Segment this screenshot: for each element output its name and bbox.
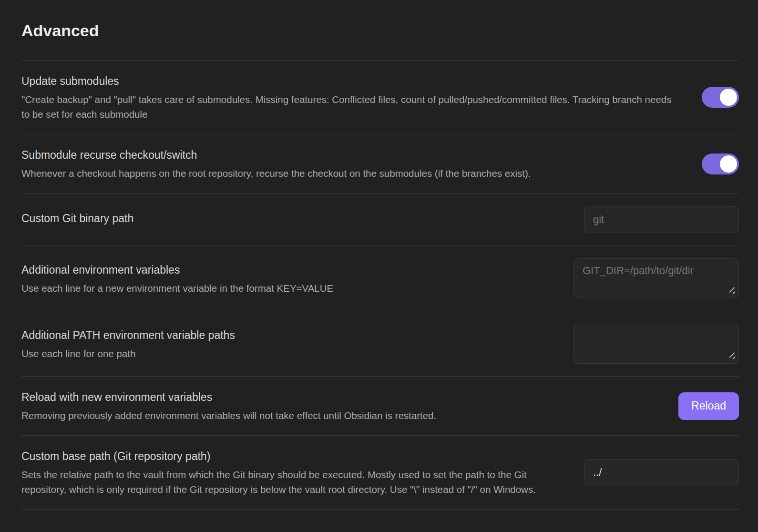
setting-description: Use each line for a new environment vari… — [21, 281, 550, 296]
setting-description: Sets the relative path to the vault from… — [21, 467, 560, 497]
setting-info: Additional environment variables Use eac… — [21, 262, 550, 296]
setting-submodule-recurse-checkout: Submodule recurse checkout/switch Whenev… — [21, 134, 739, 194]
setting-control — [702, 153, 739, 174]
setting-reload-env-variables: Reload with new environment variables Re… — [21, 377, 739, 436]
setting-description: Use each line for one path — [21, 346, 550, 361]
update-submodules-toggle[interactable] — [702, 87, 739, 108]
resize-grip-icon[interactable] — [727, 285, 736, 295]
setting-name: Update submodules — [21, 73, 678, 89]
setting-description: Removing previously added environment va… — [21, 408, 655, 423]
toggle-knob — [720, 155, 737, 173]
reload-button[interactable]: Reload — [678, 392, 739, 420]
setting-additional-path-env-paths: Additional PATH environment variable pat… — [21, 311, 739, 377]
textarea-wrapper — [574, 258, 739, 298]
setting-info: Custom Git binary path — [21, 210, 560, 229]
setting-control — [574, 258, 739, 298]
setting-control — [574, 324, 739, 364]
setting-control: Reload — [678, 392, 739, 420]
path-env-paths-textarea[interactable] — [574, 324, 739, 364]
resize-grip-icon[interactable] — [727, 350, 736, 360]
setting-info: Update submodules "Create backup" and "p… — [21, 73, 678, 122]
setting-custom-git-binary-path: Custom Git binary path — [21, 194, 739, 246]
custom-base-path-input[interactable] — [584, 459, 739, 486]
setting-control — [584, 206, 739, 233]
submodule-recurse-toggle[interactable] — [702, 153, 739, 174]
page-header: Advanced — [21, 0, 739, 61]
settings-page: Advanced Update submodules "Create backu… — [0, 0, 758, 532]
setting-name: Additional PATH environment variable pat… — [21, 327, 550, 343]
git-binary-path-input[interactable] — [584, 206, 739, 233]
setting-info: Submodule recurse checkout/switch Whenev… — [21, 147, 678, 181]
setting-description: Whenever a checkout happens on the root … — [21, 166, 678, 181]
setting-info: Custom base path (Git repository path) S… — [21, 448, 560, 497]
setting-control — [584, 459, 739, 486]
env-variables-textarea[interactable] — [574, 258, 739, 298]
setting-custom-base-path: Custom base path (Git repository path) S… — [21, 436, 739, 510]
setting-name: Submodule recurse checkout/switch — [21, 147, 678, 163]
setting-description: "Create backup" and "pull" takes care of… — [21, 92, 678, 122]
page-title: Advanced — [21, 0, 739, 60]
textarea-wrapper — [574, 324, 739, 364]
setting-name: Additional environment variables — [21, 262, 550, 278]
setting-name: Reload with new environment variables — [21, 389, 655, 405]
setting-name: Custom base path (Git repository path) — [21, 448, 560, 464]
setting-name: Custom Git binary path — [21, 210, 560, 226]
toggle-knob — [720, 89, 737, 106]
setting-info: Additional PATH environment variable pat… — [21, 327, 550, 361]
setting-control — [702, 87, 739, 108]
setting-info: Reload with new environment variables Re… — [21, 389, 655, 423]
setting-additional-env-variables: Additional environment variables Use eac… — [21, 246, 739, 311]
setting-update-submodules: Update submodules "Create backup" and "p… — [21, 61, 739, 134]
